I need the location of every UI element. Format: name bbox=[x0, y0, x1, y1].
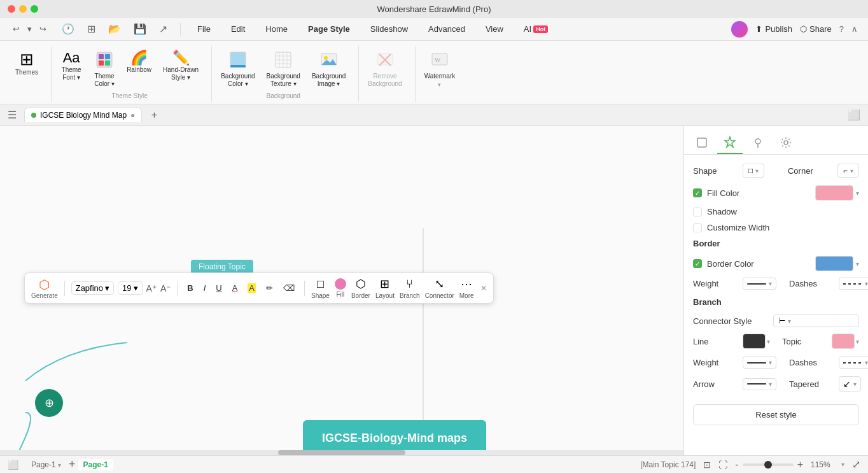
pen-tool-button[interactable]: ✏ bbox=[263, 281, 276, 295]
topic-color-arrow[interactable]: ▾ bbox=[856, 338, 859, 345]
new-button[interactable]: ⊞ bbox=[87, 23, 95, 35]
menu-edit[interactable]: Edit bbox=[227, 22, 249, 36]
border-color-arrow[interactable]: ▾ bbox=[856, 260, 859, 267]
scroll-thumb[interactable] bbox=[278, 450, 405, 455]
zoom-dropdown[interactable]: ▾ bbox=[841, 461, 844, 468]
shape-selector[interactable]: □ ▾ bbox=[743, 164, 764, 178]
arrow-selector[interactable]: ▾ bbox=[743, 378, 776, 390]
horizontal-scrollbar[interactable] bbox=[0, 450, 683, 455]
border-color-checkbox[interactable]: ✓ bbox=[693, 259, 702, 268]
tab-igcse-biology[interactable]: IGCSE Biology Mind Map ● bbox=[24, 108, 142, 122]
page-tab-display[interactable]: Page-1 ▾ bbox=[26, 459, 66, 470]
font-size-decrease[interactable]: A⁻ bbox=[160, 283, 171, 293]
close-button[interactable] bbox=[8, 5, 15, 13]
branch-tool-button[interactable]: ⑂ Branch bbox=[400, 278, 420, 299]
zoom-out-button[interactable]: - bbox=[735, 459, 738, 470]
collapse-pages-icon[interactable]: ⬜ bbox=[8, 460, 18, 470]
shape-tool-button[interactable]: □ Shape bbox=[311, 278, 330, 299]
page-dropdown[interactable]: ▾ bbox=[58, 462, 61, 469]
menu-slideshow[interactable]: Slideshow bbox=[367, 22, 412, 36]
font-size-selector[interactable]: 19 ▾ bbox=[118, 281, 142, 295]
watermark-button[interactable]: W Watermark ▾ bbox=[419, 47, 461, 92]
add-page-button[interactable]: + bbox=[69, 458, 76, 471]
fit-to-screen[interactable]: ⊡ bbox=[703, 460, 711, 470]
connector-tool-button[interactable]: ⤡ Connector bbox=[425, 277, 454, 299]
theme-font-button[interactable]: Aa ThemeFont ▾ bbox=[55, 47, 87, 85]
menu-view[interactable]: View bbox=[482, 22, 507, 36]
toolbar-close[interactable]: ✕ bbox=[480, 284, 487, 293]
layout-tool-button[interactable]: ⊞ Layout bbox=[375, 277, 395, 299]
undo-button[interactable]: ↩ bbox=[10, 23, 22, 35]
line-color-swatch[interactable] bbox=[743, 334, 766, 349]
customize-width-checkbox[interactable] bbox=[693, 223, 702, 232]
italic-button[interactable]: I bbox=[200, 281, 209, 295]
menu-ai[interactable]: AI Hot bbox=[520, 22, 552, 36]
menu-advanced[interactable]: Advanced bbox=[424, 22, 469, 36]
fit-view-button[interactable]: ⤢ bbox=[852, 458, 860, 470]
history-button[interactable]: 🕐 bbox=[62, 23, 74, 35]
underline-button[interactable]: U bbox=[213, 281, 225, 295]
panel-toggle[interactable]: ⬜ bbox=[848, 109, 860, 121]
shadow-checkbox[interactable] bbox=[693, 208, 702, 216]
highlight-button[interactable]: A bbox=[244, 281, 259, 295]
undo-dropdown[interactable]: ▾ bbox=[25, 23, 34, 35]
themes-button[interactable]: ⊞ Themes bbox=[10, 47, 43, 80]
background-texture-button[interactable]: BackgroundTexture ▾ bbox=[262, 47, 305, 92]
fill-tool-button[interactable]: Fill bbox=[335, 278, 346, 298]
save-button[interactable]: 💾 bbox=[134, 23, 146, 35]
tab-close[interactable]: ● bbox=[130, 111, 135, 120]
fill-color-swatch[interactable] bbox=[815, 185, 853, 201]
ai-generate-button[interactable]: ⬡ Generate bbox=[31, 277, 58, 299]
add-tab-button[interactable]: + bbox=[147, 108, 161, 122]
border-dashes-selector[interactable]: ▾ bbox=[839, 278, 868, 290]
reset-style-button[interactable]: Reset style bbox=[693, 404, 859, 425]
redo-button[interactable]: ↪ bbox=[37, 23, 49, 35]
font-color-button[interactable]: A bbox=[229, 281, 241, 295]
collapse-button[interactable]: ∧ bbox=[851, 24, 858, 34]
panel-tab-settings[interactable] bbox=[773, 131, 799, 154]
border-weight-selector[interactable]: ▾ bbox=[743, 278, 776, 290]
zoom-track[interactable] bbox=[743, 463, 794, 466]
fullscreen-button[interactable]: ⛶ bbox=[718, 460, 727, 470]
fill-color-arrow[interactable]: ▾ bbox=[856, 190, 859, 197]
export-button[interactable]: ↗ bbox=[159, 23, 167, 35]
menu-page-style[interactable]: Page Style bbox=[304, 22, 354, 36]
bold-button[interactable]: B bbox=[184, 281, 196, 295]
panel-tab-ai[interactable] bbox=[717, 131, 743, 154]
ai-assistant-button[interactable]: ⊕ bbox=[35, 389, 63, 417]
zoom-in-button[interactable]: + bbox=[797, 459, 803, 470]
theme-color-button[interactable]: ThemeColor ▾ bbox=[88, 47, 120, 92]
panel-tab-location[interactable] bbox=[745, 131, 771, 154]
share-button[interactable]: ⬡ Share bbox=[800, 24, 832, 34]
hand-drawn-button[interactable]: ✏️ Hand-DrawnStyle ▾ bbox=[158, 47, 204, 85]
open-button[interactable]: 📂 bbox=[108, 23, 121, 35]
sidebar-toggle[interactable]: ☰ bbox=[8, 109, 17, 121]
font-selector[interactable]: Zapfino ▾ bbox=[71, 281, 114, 295]
menu-home[interactable]: Home bbox=[262, 22, 291, 36]
active-page-tab[interactable]: Page-1 bbox=[78, 459, 113, 470]
more-tool-button[interactable]: ⋯ More bbox=[459, 277, 474, 299]
panel-tab-style[interactable] bbox=[689, 131, 715, 154]
rainbow-button[interactable]: 🌈 Rainbow bbox=[122, 47, 157, 78]
fill-color-checkbox[interactable]: ✓ bbox=[693, 188, 702, 197]
menu-file[interactable]: File bbox=[193, 22, 214, 36]
branch-weight-selector[interactable]: ▾ bbox=[743, 357, 776, 369]
corner-selector[interactable]: ⌐ ▾ bbox=[837, 164, 859, 178]
canvas[interactable]: Floating Topic ⬡ Generate Zapfino ▾ 19 ▾… bbox=[0, 126, 683, 455]
background-image-button[interactable]: BackgroundImage ▾ bbox=[307, 47, 351, 92]
help-button[interactable]: ? bbox=[839, 24, 844, 34]
border-tool-button[interactable]: ⬡ Border bbox=[351, 277, 370, 299]
topic-color-swatch[interactable] bbox=[832, 334, 855, 349]
zoom-thumb[interactable] bbox=[764, 461, 772, 469]
line-color-arrow[interactable]: ▾ bbox=[767, 338, 770, 345]
tapered-selector[interactable]: ↙ ▾ bbox=[839, 376, 861, 392]
font-size-increase[interactable]: A⁺ bbox=[146, 283, 157, 293]
eraser-button[interactable]: ⌫ bbox=[280, 281, 298, 295]
minimize-button[interactable] bbox=[19, 5, 27, 13]
publish-button[interactable]: ⬆ Publish bbox=[755, 24, 792, 34]
avatar[interactable] bbox=[731, 21, 748, 38]
border-color-swatch[interactable] bbox=[815, 256, 853, 271]
maximize-button[interactable] bbox=[31, 5, 38, 13]
branch-dashes-selector[interactable]: ▾ bbox=[839, 357, 868, 369]
background-color-button[interactable]: BackgroundColor ▾ bbox=[216, 47, 260, 92]
